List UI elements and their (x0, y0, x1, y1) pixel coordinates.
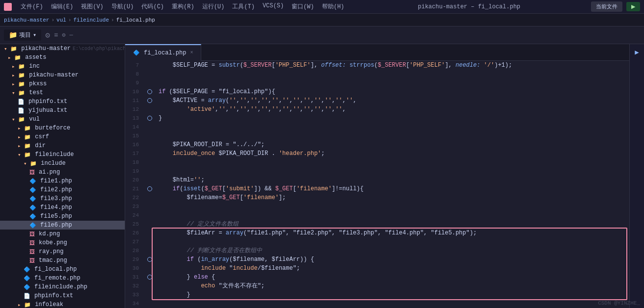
line-indicator-33 (145, 290, 155, 299)
sidebar-item-pikachu-master[interactable]: ▸ 📁 pikachu-master (0, 71, 125, 79)
code-line-9: 9 (125, 78, 629, 87)
menu-navigate[interactable]: 导航(U) (108, 1, 137, 12)
sidebar: ▾ 📁 pikachu-master E:\code\php\pikachu▸ … (0, 44, 125, 308)
line-indicator-18 (145, 158, 155, 167)
menu-refactor[interactable]: 重构(R) (169, 1, 197, 12)
sidebar-item-fi_remote-php[interactable]: 🔷 fi_remote.php (0, 274, 125, 282)
menu-vcs[interactable]: VCS(S) (260, 1, 287, 12)
breadcrumb-item-1[interactable]: vul (56, 17, 66, 23)
menu-code[interactable]: 代码(C) (138, 1, 167, 12)
line-indicator-13 (145, 114, 155, 123)
line-indicator-20 (145, 176, 155, 184)
list-icon[interactable]: ≡ (54, 31, 58, 39)
code-line-34: 34 (125, 299, 629, 308)
sidebar-item-assets[interactable]: ▸ 📁 assets (0, 53, 125, 62)
menu-run[interactable]: 运行(U) (199, 1, 228, 12)
code-line-23: 23 (125, 202, 629, 211)
breadcrumb-item-0[interactable]: pikachu-master (4, 17, 49, 23)
code-line-24: 24 (125, 211, 629, 220)
app-icon (4, 3, 12, 11)
line-indicator-16 (145, 140, 155, 149)
code-line-8: 8 (125, 70, 629, 78)
code-content: 7 $SELF_PAGE = substr($_SERVER['PHP_SELF… (125, 61, 629, 308)
line-indicator-29 (145, 255, 155, 264)
sidebar-item-kobe-png[interactable]: 🖼 kobe.png (0, 238, 125, 247)
menu-edit[interactable]: 编辑(E) (48, 1, 77, 12)
sidebar-item-fileinclude-php[interactable]: 🔷 fileinclude.php (0, 282, 125, 291)
breadcrumb-item-2[interactable]: fileinclude (73, 17, 109, 23)
menu-tools[interactable]: 工具(T) (229, 1, 258, 12)
sidebar-item-inc[interactable]: ▸ 📁 inc (0, 62, 125, 71)
line-indicator-21 (145, 184, 155, 193)
sidebar-item-kd-png[interactable]: 🖼 kd.png (0, 230, 125, 238)
sidebar-item-phpinfo-txt[interactable]: 📄 phpinfo.txt (0, 291, 125, 300)
sidebar-item-fileinclude[interactable]: ▾ 📁 fileinclude (0, 150, 125, 159)
sidebar-item-tmac-png[interactable]: 🖼 tmac.png (0, 256, 125, 265)
code-line-20: 20 $html=''; (125, 176, 629, 184)
sidebar-item-file6-php[interactable]: 🔷 file6.php (0, 221, 125, 230)
line-indicator-7 (145, 61, 155, 70)
line-indicator-23 (145, 202, 155, 211)
tab-close-btn[interactable]: × (190, 50, 193, 55)
sidebar-item-file2-php[interactable]: 🔷 file2.php (0, 185, 125, 194)
line-indicator-15 (145, 131, 155, 140)
code-line-17: 17 include_once $PIKA_ROOT_DIR . 'header… (125, 149, 629, 158)
menu-view[interactable]: 视图(V) (78, 1, 107, 12)
sidebar-item-vul[interactable]: ▾ 📁 vul (0, 115, 125, 124)
line-indicator-27 (145, 237, 155, 246)
line-indicator-12 (145, 105, 155, 114)
line-indicator-26 (145, 229, 155, 237)
menu-bar: 文件(F) 编辑(E) 视图(V) 导航(U) 代码(C) 重构(R) 运行(U… (18, 1, 347, 12)
sidebar-item-ai-png[interactable]: 🖼 ai.png (0, 168, 125, 177)
sidebar-item-ray-png[interactable]: 🖼 ray.png (0, 247, 125, 256)
code-line-30: 30 include "include/$filename"; (125, 264, 629, 273)
right-panel: ▶ (629, 44, 644, 308)
sidebar-item-file3-php[interactable]: 🔷 file3.php (0, 194, 125, 203)
line-indicator-34 (145, 299, 155, 308)
breadcrumb-item-3[interactable]: fi_local.php (116, 17, 155, 23)
settings-icon[interactable]: ⚙ (45, 30, 50, 40)
menu-window[interactable]: 窗口(W) (289, 1, 317, 12)
code-editor[interactable]: 7 $SELF_PAGE = substr($_SERVER['PHP_SELF… (125, 61, 629, 308)
collapse-icon[interactable]: — (70, 32, 73, 39)
line-indicator-24 (145, 211, 155, 220)
sidebar-item-burteforce[interactable]: ▸ 📁 burteforce (0, 124, 125, 132)
sidebar-item-pkxss[interactable]: ▸ 📁 pkxss (0, 79, 125, 88)
current-file-btn[interactable]: 当前文件 (591, 1, 622, 12)
code-line-21: 21 if(isset($_GET['submit']) && $_GET['f… (125, 184, 629, 193)
sidebar-item-infoleak[interactable]: ▸ 📁 infoleak (0, 300, 125, 308)
code-line-12: 12 'active','','','','','','','','','','… (125, 105, 629, 114)
gear-icon[interactable]: ⚙ (62, 31, 65, 39)
code-line-18: 18 (125, 158, 629, 167)
sidebar-item-fi_local-php[interactable]: 🔷 fi_local.php (0, 265, 125, 274)
line-indicator-32 (145, 282, 155, 290)
code-line-27: 27 (125, 237, 629, 246)
toolbar: 📁 项目 ▾ ⚙ ≡ ⚙ — (0, 26, 644, 44)
tab-fi-local[interactable]: 🔷 fi_local.php × (125, 44, 201, 61)
sidebar-item-yijuhua-txt[interactable]: 📄 yijuhua.txt (0, 106, 125, 115)
titlebar: 文件(F) 编辑(E) 视图(V) 导航(U) 代码(C) 重构(R) 运行(U… (0, 0, 644, 14)
sidebar-item-phpinfo-txt[interactable]: 📄 phpinfo.txt (0, 97, 125, 106)
line-indicator-17 (145, 149, 155, 158)
sidebar-item-pikachu-master[interactable]: ▾ 📁 pikachu-master E:\code\php\pikachu (0, 44, 125, 53)
project-dropdown[interactable]: 📁 项目 ▾ (4, 29, 41, 41)
line-indicator-14 (145, 123, 155, 131)
menu-file[interactable]: 文件(F) (18, 1, 46, 12)
sidebar-item-include[interactable]: ▾ 📁 include (0, 159, 125, 168)
sidebar-item-file4-php[interactable]: 🔷 file4.php (0, 203, 125, 212)
menu-help[interactable]: 帮助(H) (319, 1, 348, 12)
line-indicator-9 (145, 78, 155, 87)
code-line-31: 31 } else { (125, 273, 629, 282)
sidebar-item-test[interactable]: ▾ 📁 test (0, 88, 125, 97)
sidebar-item-dir[interactable]: ▸ 📁 dir (0, 141, 125, 150)
code-line-14: 14 (125, 123, 629, 131)
right-collapse-icon[interactable]: ▶ (635, 48, 639, 56)
line-indicator-10 (145, 87, 155, 96)
sidebar-item-file5-php[interactable]: 🔷 file5.php (0, 212, 125, 221)
line-indicator-19 (145, 167, 155, 176)
sidebar-item-csrf[interactable]: ▸ 📁 csrf (0, 132, 125, 141)
sidebar-item-file1-php[interactable]: 🔷 file1.php (0, 177, 125, 185)
code-line-29: 29 if (in_array($filename, $fileArr)) { (125, 255, 629, 264)
tab-bar: 🔷 fi_local.php × (125, 44, 629, 61)
run-btn[interactable]: ▶ (626, 2, 640, 11)
